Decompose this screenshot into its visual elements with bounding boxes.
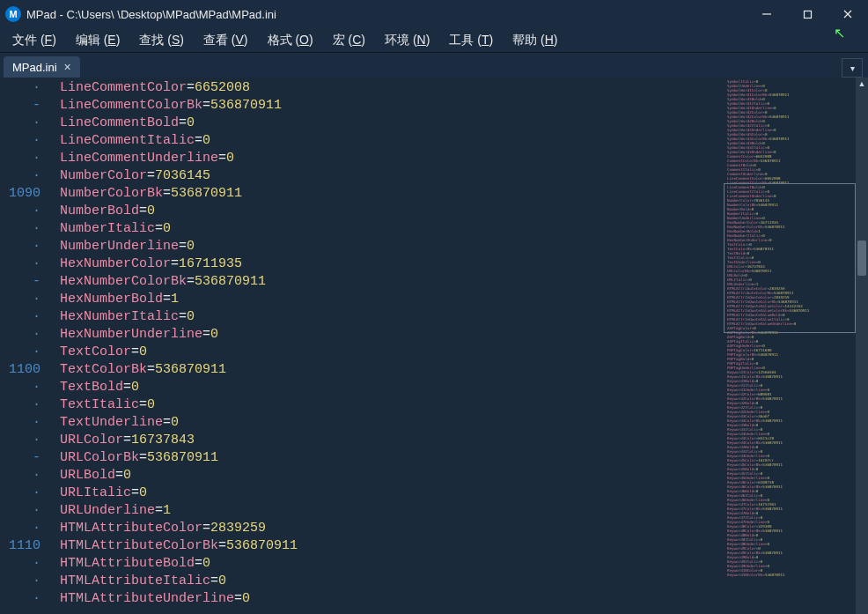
gutter-line: - bbox=[0, 449, 49, 467]
gutter-line: 1090 bbox=[0, 185, 49, 203]
code-line[interactable]: HTMLAttributeUnderline=0 bbox=[60, 590, 724, 608]
gutter-line: - bbox=[0, 273, 49, 291]
code-line[interactable]: HTMLAttributeColor=2839259 bbox=[60, 520, 724, 537]
code-line[interactable]: LineCommentItalic=0 bbox=[60, 132, 724, 150]
code-line[interactable]: HexNumberItalic=0 bbox=[60, 308, 724, 326]
menu-o[interactable]: 格式 (O) bbox=[264, 31, 317, 50]
scrollbar-thumb[interactable] bbox=[857, 240, 866, 276]
gutter-line: · bbox=[0, 379, 49, 396]
menu-h[interactable]: 帮助 (H) bbox=[509, 31, 561, 50]
code-line[interactable]: HTMLAttributeItalic=0 bbox=[60, 573, 724, 590]
minimap-line: Keyword10ColorBk=536870911 bbox=[727, 573, 852, 577]
editor-area: ·-····1090····-····1100····-····1110··· … bbox=[0, 78, 868, 614]
gutter-line: 1110 bbox=[0, 537, 49, 555]
code-line[interactable]: LineCommentUnderline=0 bbox=[60, 150, 724, 167]
tab-label: MPad.ini bbox=[12, 61, 57, 74]
code-line[interactable]: URLBold=0 bbox=[60, 467, 724, 485]
minimap[interactable]: SymbolItalic=0SymbolUnderline=0SymbolWor… bbox=[724, 78, 856, 614]
code-line[interactable]: HexNumberBold=1 bbox=[60, 291, 724, 308]
gutter-line: · bbox=[0, 485, 49, 502]
tab-mpad-ini[interactable]: MPad.ini × bbox=[4, 56, 80, 78]
code-line[interactable]: URLColor=16737843 bbox=[60, 432, 724, 449]
svg-rect-1 bbox=[804, 11, 811, 18]
gutter-line: · bbox=[0, 326, 49, 344]
code-line[interactable]: HexNumberColorBk=536870911 bbox=[60, 273, 724, 291]
menu-n[interactable]: 环境 (N) bbox=[381, 31, 433, 50]
code-line[interactable]: TextUnderline=0 bbox=[60, 414, 724, 432]
gutter-line: · bbox=[0, 167, 49, 185]
scroll-up-arrow-icon[interactable]: ▲ bbox=[856, 78, 868, 90]
menu-s[interactable]: 查找 (S) bbox=[136, 31, 188, 50]
gutter-line: · bbox=[0, 555, 49, 573]
tab-bar: MPad.ini × ▾ bbox=[0, 53, 868, 78]
code-line[interactable]: LineCommentBold=0 bbox=[60, 115, 724, 132]
code-line[interactable]: URLColorBk=536870911 bbox=[60, 449, 724, 467]
gutter-line: · bbox=[0, 502, 49, 520]
gutter-line: · bbox=[0, 414, 49, 432]
gutter-line: · bbox=[0, 344, 49, 361]
code-line[interactable]: NumberItalic=0 bbox=[60, 220, 724, 238]
menu-t[interactable]: 工具 (T) bbox=[445, 31, 497, 50]
code-line[interactable]: TextBold=0 bbox=[60, 379, 724, 396]
code-line[interactable]: LineCommentColorBk=536870911 bbox=[60, 97, 724, 115]
gutter-line: · bbox=[0, 432, 49, 449]
gutter-line: · bbox=[0, 132, 49, 150]
gutter-line: · bbox=[0, 520, 49, 537]
gutter-line: · bbox=[0, 255, 49, 273]
gutter-line: · bbox=[0, 203, 49, 220]
gutter-line: · bbox=[0, 573, 49, 590]
code-line[interactable]: NumberBold=0 bbox=[60, 203, 724, 220]
gutter-line: · bbox=[0, 590, 49, 608]
gutter-line: · bbox=[0, 220, 49, 238]
code-line[interactable]: HexNumberColor=16711935 bbox=[60, 255, 724, 273]
menu-bar: 文件 (F)编辑 (E)查找 (S)查看 (V)格式 (O)宏 (C)环境 (N… bbox=[0, 28, 868, 53]
gutter-line: · bbox=[0, 467, 49, 485]
code-line[interactable]: TextColorBk=536870911 bbox=[60, 361, 724, 379]
code-line[interactable]: NumberColor=7036145 bbox=[60, 167, 724, 185]
menu-e[interactable]: 编辑 (E) bbox=[72, 31, 124, 50]
code-line[interactable]: TextItalic=0 bbox=[60, 396, 724, 414]
window-controls bbox=[747, 0, 868, 28]
title-bar: M MPad - C:\Users\ \Desktop\MPad\MPad\MP… bbox=[0, 0, 868, 28]
code-line[interactable]: URLItalic=0 bbox=[60, 485, 724, 502]
chevron-down-icon: ▾ bbox=[850, 63, 855, 73]
gutter-line: 1100 bbox=[0, 361, 49, 379]
code-editor[interactable]: LineCommentColor=6652008LineCommentColor… bbox=[49, 78, 724, 614]
editor-main[interactable]: ·-····1090····-····1100····-····1110··· … bbox=[0, 78, 724, 614]
maximize-button[interactable] bbox=[787, 0, 828, 28]
code-line[interactable]: HTMLAttributeBold=0 bbox=[60, 555, 724, 573]
menu-v[interactable]: 查看 (V) bbox=[200, 31, 252, 50]
gutter-line: - bbox=[0, 97, 49, 115]
gutter-line: · bbox=[0, 150, 49, 167]
code-line[interactable]: LineCommentColor=6652008 bbox=[60, 79, 724, 97]
code-line[interactable]: URLUnderline=1 bbox=[60, 502, 724, 520]
gutter-line: · bbox=[0, 79, 49, 97]
close-button[interactable] bbox=[828, 0, 868, 28]
code-line[interactable]: HTMLAttributeColorBk=536870911 bbox=[60, 537, 724, 555]
code-line[interactable]: TextColor=0 bbox=[60, 344, 724, 361]
menu-f[interactable]: 文件 (F) bbox=[9, 31, 60, 50]
gutter-line: · bbox=[0, 115, 49, 132]
gutter-line: · bbox=[0, 396, 49, 414]
menu-c[interactable]: 宏 (C) bbox=[329, 31, 369, 50]
tab-close-icon[interactable]: × bbox=[64, 60, 71, 74]
gutter-line: · bbox=[0, 308, 49, 326]
code-line[interactable]: NumberUnderline=0 bbox=[60, 238, 724, 255]
code-line[interactable]: HexNumberUnderline=0 bbox=[60, 326, 724, 344]
code-line[interactable]: NumberColorBk=536870911 bbox=[60, 185, 724, 203]
minimize-button[interactable] bbox=[747, 0, 787, 28]
app-icon: M bbox=[5, 6, 21, 22]
gutter-line: · bbox=[0, 291, 49, 308]
gutter-line: · bbox=[0, 238, 49, 255]
vertical-scrollbar[interactable]: ▲ bbox=[856, 78, 868, 614]
tab-list-dropdown[interactable]: ▾ bbox=[842, 58, 863, 78]
line-number-gutter: ·-····1090····-····1100····-····1110··· bbox=[0, 78, 49, 614]
title-bar-text: MPad - C:\Users\ \Desktop\MPad\MPad\MPad… bbox=[26, 8, 747, 21]
